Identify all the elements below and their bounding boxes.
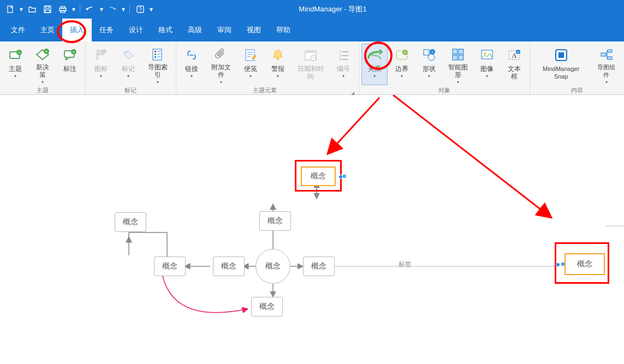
mindmap-canvas[interactable]: 概念 概念 概念 概念 概念 概念 概念 概念 概念 标签 — [0, 95, 624, 364]
svg-rect-53 — [459, 55, 463, 60]
svg-rect-64 — [608, 57, 612, 59]
snap-label: MindManager Snap — [536, 65, 586, 80]
attach-button[interactable]: 附加文件 ▾ — [206, 44, 237, 85]
dropdown-icon[interactable]: ▾ — [121, 5, 126, 13]
relation-label: 关系 — [368, 65, 381, 73]
icon-button[interactable]: 图标 ▾ — [88, 44, 114, 85]
chevron-down-icon: ▾ — [14, 74, 16, 79]
connection-handle[interactable] — [561, 262, 564, 266]
ribbon-group-topic: + 主题 ▾ + 新决策 ▾ + 标注 主题 — [0, 41, 86, 94]
connection-handle[interactable] — [556, 262, 560, 267]
tab-review[interactable]: 审阅 — [210, 19, 239, 41]
concept-node[interactable]: 概念 — [154, 256, 186, 276]
callout-button[interactable]: + 标注 — [57, 44, 83, 85]
shape-label: 形状 — [423, 65, 436, 73]
chevron-down-icon: ▾ — [401, 74, 403, 79]
boundary-label: 边界 — [395, 65, 408, 73]
svg-rect-25 — [154, 56, 156, 58]
concept-node[interactable]: 概念 — [251, 297, 283, 317]
svg-rect-51 — [459, 49, 463, 54]
note-label: 便笺 — [244, 65, 257, 73]
image-button[interactable]: 图像 ▾ — [474, 44, 500, 85]
concept-node[interactable]: 概念 — [259, 211, 291, 231]
new-file-button[interactable] — [3, 3, 17, 16]
tab-home[interactable]: 主页 — [33, 19, 62, 41]
print-button[interactable] — [56, 3, 70, 16]
tab-advanced[interactable]: 高级 — [180, 19, 210, 41]
chevron-down-icon: ▾ — [277, 74, 279, 79]
tab-help[interactable]: 帮助 — [269, 19, 298, 41]
mapindex-label: 导图索引 — [146, 63, 170, 79]
svg-line-77 — [393, 95, 551, 218]
chevron-down-icon: ▾ — [342, 74, 344, 79]
mapindex-icon — [149, 46, 167, 62]
tab-file[interactable]: 文件 — [3, 19, 33, 41]
ribbon-group-objects: 关系 ▾ + 边界 ▾ + 形状 ▾ 智能图形 ▾ 图像 ▾ — [359, 41, 530, 94]
dropdown-icon[interactable]: ▾ — [148, 5, 154, 13]
svg-rect-23 — [154, 53, 156, 55]
boundary-button[interactable]: + 边界 ▾ — [389, 44, 415, 85]
dropdown-icon[interactable]: ▾ — [19, 5, 24, 13]
datetime-button[interactable]: 日期和时间 — [292, 44, 329, 85]
tab-format[interactable]: 格式 — [151, 19, 180, 41]
separator — [80, 4, 80, 14]
titlebar: ▾ ▾ ▾ ▾ ? ▾ MindManager - 导图1 — [0, 0, 624, 19]
tag-button[interactable]: 标记 ▾ — [115, 44, 141, 85]
link-button[interactable]: 链接 ▾ — [179, 44, 205, 85]
newdecision-button[interactable]: + 新决策 ▾ — [29, 44, 56, 85]
help-button[interactable]: ? — [133, 3, 147, 16]
undo-button[interactable] — [84, 3, 98, 16]
chevron-down-icon: ▾ — [605, 80, 608, 85]
tab-view[interactable]: 视图 — [239, 19, 269, 41]
svg-rect-22 — [157, 51, 161, 52]
concept-node[interactable]: 概念 — [303, 256, 335, 276]
relation-button[interactable]: 关系 ▾ — [361, 44, 388, 85]
chevron-down-icon: ▾ — [191, 74, 193, 79]
textbox-button[interactable]: A+ 文本框 — [501, 44, 527, 85]
relation-icon — [366, 46, 383, 64]
svg-rect-63 — [608, 50, 612, 52]
mapparts-icon — [598, 46, 615, 62]
ribbon-group-elements: 链接 ▾ 附加文件 ▾ 便笺 ▾ 警报 ▾ 日期和时间 — [176, 41, 360, 94]
selected-concept-node[interactable]: 概念 — [301, 166, 336, 186]
snap-button[interactable]: MindManager Snap — [532, 44, 590, 85]
svg-rect-46 — [424, 50, 429, 55]
flag-icon — [92, 46, 110, 64]
topic-button[interactable]: + 主题 ▾ — [2, 44, 28, 85]
svg-point-19 — [126, 52, 127, 53]
open-button[interactable] — [25, 3, 39, 16]
svg-point-31 — [277, 58, 279, 60]
tab-task[interactable]: 任务 — [92, 19, 121, 41]
svg-text:1: 1 — [339, 50, 341, 53]
redo-button[interactable] — [105, 3, 120, 16]
mapparts-button[interactable]: 导图组件 ▾ — [591, 44, 622, 85]
mapindex-button[interactable]: 导图索引 ▾ — [142, 44, 174, 85]
connection-handle[interactable] — [343, 175, 346, 178]
quick-access-toolbar: ▾ ▾ ▾ ▾ ? ▾ — [3, 3, 154, 16]
central-concept-node[interactable]: 概念 — [255, 249, 290, 284]
tab-insert[interactable]: 插入 — [62, 19, 92, 41]
edge-label[interactable]: 标签 — [399, 260, 412, 269]
textbox-icon: A+ — [506, 46, 523, 64]
save-button[interactable] — [40, 3, 55, 16]
topic-label: 主题 — [9, 65, 22, 73]
paperclip-icon — [212, 46, 230, 62]
dropdown-icon[interactable]: ▾ — [71, 5, 76, 13]
alert-button[interactable]: 警报 ▾ — [265, 44, 291, 85]
number-button[interactable]: 123 编号 ▾ — [330, 44, 356, 85]
selected-concept-node[interactable]: 概念 — [564, 253, 605, 275]
concept-node[interactable]: 概念 — [115, 212, 146, 232]
concept-node[interactable]: 概念 — [213, 256, 245, 276]
svg-text:+: + — [73, 50, 75, 55]
link-icon — [183, 46, 200, 64]
chevron-down-icon: ▾ — [127, 74, 129, 79]
ribbon-tabs: 文件 主页 插入 任务 设计 格式 高级 审阅 视图 帮助 — [0, 19, 624, 41]
smartshape-button[interactable]: 智能图形 ▾ — [443, 44, 472, 85]
connection-handle[interactable] — [338, 175, 343, 179]
tab-design[interactable]: 设计 — [121, 19, 151, 41]
note-icon — [242, 46, 259, 64]
shape-button[interactable]: + 形状 ▾ — [416, 44, 442, 85]
note-button[interactable]: 便笺 ▾ — [237, 44, 264, 85]
numberlist-icon: 123 — [335, 46, 352, 64]
dropdown-icon[interactable]: ▾ — [99, 5, 104, 13]
